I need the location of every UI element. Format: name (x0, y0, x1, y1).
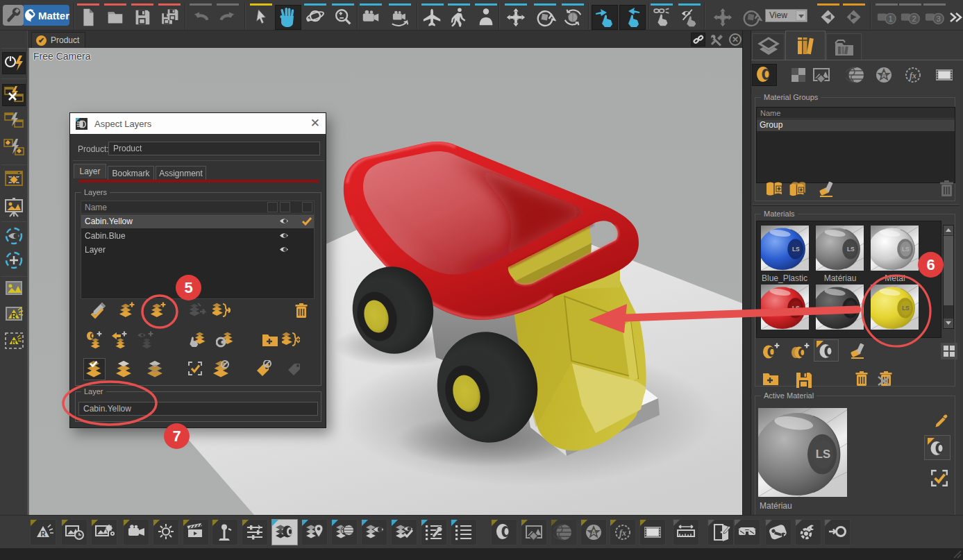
svg-text:R: R (40, 530, 46, 538)
svg-text:2: 2 (912, 15, 916, 23)
svg-text:1: 1 (888, 15, 892, 23)
svg-text:LS: LS (902, 246, 910, 253)
svg-text:fx: fx (910, 71, 916, 80)
svg-text:LS: LS (792, 305, 800, 312)
svg-text:A: A (591, 529, 596, 536)
svg-text:LS: LS (792, 246, 800, 253)
svg-text:A: A (881, 71, 886, 79)
svg-text:R: R (11, 312, 17, 320)
svg-text:LS: LS (847, 246, 855, 253)
svg-text:LS: LS (816, 448, 830, 461)
svg-text:3: 3 (936, 15, 940, 23)
svg-text:R: R (12, 339, 17, 346)
svg-text:fx: fx (619, 528, 626, 538)
svg-text:LS: LS (902, 305, 910, 312)
